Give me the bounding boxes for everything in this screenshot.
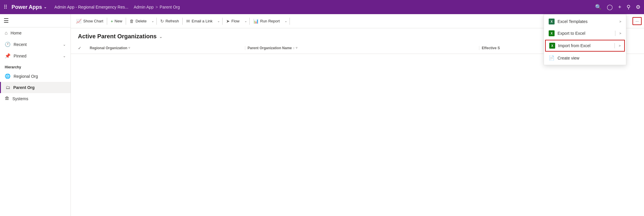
sidebar-item-regional-org[interactable]: 🌐 Regional Org — [0, 70, 71, 82]
sidebar-systems-label: Systems — [12, 96, 66, 101]
sidebar-item-recent[interactable]: 🕐 Recent ⌄ — [0, 39, 71, 50]
breadcrumb-separator: > — [156, 5, 158, 9]
report-icon: 📊 — [253, 19, 259, 24]
dropdown-excel-templates[interactable]: X Excel Templates > — [544, 16, 626, 27]
sidebar-top: ☰ — [0, 14, 71, 27]
col-regional-org-label: Regional Organization — [90, 46, 127, 50]
flow-icon: ➤ — [226, 19, 230, 24]
sidebar-regional-org-label: Regional Org — [14, 74, 66, 79]
delete-button[interactable]: 🗑 Delete — [127, 17, 150, 25]
app-title: Admin App - Regional Emergency Res... — [54, 5, 128, 9]
sidebar-home-label: Home — [11, 31, 66, 35]
new-plus-icon: + — [111, 19, 113, 24]
separator-5 — [222, 18, 223, 25]
email-chevron-button[interactable]: ⌄ — [215, 17, 222, 25]
recent-chevron: ⌄ — [63, 42, 66, 47]
sidebar-item-pinned[interactable]: 📌 Pinned ⌄ — [0, 50, 71, 62]
import-excel-label: Import from Excel — [558, 43, 610, 48]
export-separator — [615, 31, 615, 36]
run-report-button[interactable]: 📊 Run Report — [250, 17, 283, 26]
chart-icon: 📈 — [76, 19, 82, 24]
email-link-label: Email a Link — [192, 19, 213, 23]
sidebar-item-systems[interactable]: 🏚 Systems — [0, 93, 71, 104]
sort-asc-icon[interactable]: ↑ — [293, 46, 295, 50]
recent-icon: 🕐 — [5, 42, 11, 47]
filter-col-icon[interactable]: ▿ — [128, 46, 130, 50]
table-check-column: ✓ — [78, 46, 87, 50]
run-report-label: Run Report — [260, 19, 280, 23]
pin-icon: 📌 — [5, 53, 11, 59]
delete-chevron-button[interactable]: ⌄ — [150, 17, 156, 25]
breadcrumb-app[interactable]: Admin App — [134, 5, 154, 9]
top-navigation: ⠿ Power Apps ⌄ Admin App - Regional Emer… — [0, 0, 644, 14]
export-excel-label: Export to Excel — [558, 31, 611, 36]
col-effective-s-label: Effective S — [482, 46, 500, 50]
import-excel-icon: X — [549, 43, 555, 49]
col-parent-org-label: Parent Organization Name — [248, 46, 292, 50]
delete-icon: 🗑 — [130, 19, 134, 24]
apps-icon[interactable]: ⠿ — [4, 4, 7, 10]
email-link-button[interactable]: ✉ Email a Link — [183, 17, 215, 26]
import-separator — [614, 43, 615, 48]
more-label: ··· — [635, 19, 639, 23]
show-chart-label: Show Chart — [83, 19, 103, 23]
brand-logo[interactable]: Power Apps ⌄ — [12, 4, 47, 10]
building-icon: 🏚 — [5, 96, 9, 101]
hamburger-menu[interactable]: ☰ — [4, 17, 9, 24]
brand-name: Power Apps — [12, 4, 42, 10]
import-chevron: > — [619, 44, 621, 47]
separator-2 — [126, 18, 126, 25]
sidebar-recent-label: Recent — [14, 42, 60, 47]
refresh-icon: ↻ — [160, 19, 164, 24]
top-nav-actions: 🔍 ◯ + ⚲ ⚙ — [595, 4, 640, 10]
sidebar-item-parent-org[interactable]: 🗂 Parent Org — [0, 82, 71, 93]
flow-label: Flow — [231, 19, 239, 23]
filter-icon[interactable]: ⚲ — [627, 4, 630, 10]
feedback-icon[interactable]: ◯ — [607, 4, 613, 10]
brand-chevron[interactable]: ⌄ — [44, 5, 47, 9]
sidebar-item-home[interactable]: ⌂ Home — [0, 27, 71, 39]
settings-icon[interactable]: ⚙ — [636, 4, 640, 10]
separator-6 — [249, 18, 250, 25]
dropdown-import-from-excel[interactable]: X Import from Excel > — [545, 40, 625, 52]
table-col-parent-org-name: Parent Organization Name ↑ ▿ — [245, 46, 480, 50]
more-button[interactable]: ··· — [632, 17, 642, 25]
excel-templates-label: Excel Templates — [558, 19, 617, 24]
excel-templates-chevron: > — [620, 20, 621, 23]
add-icon[interactable]: + — [618, 4, 621, 10]
create-view-icon: 📄 — [549, 55, 555, 61]
show-chart-button[interactable]: 📈 Show Chart — [73, 17, 106, 26]
pinned-chevron: ⌄ — [63, 54, 66, 58]
email-icon: ✉ — [186, 19, 190, 24]
sidebar-parent-org-label: Parent Org — [13, 85, 66, 90]
separator-7 — [290, 18, 290, 25]
flow-button[interactable]: ➤ Flow — [223, 17, 242, 26]
separator-3 — [156, 18, 157, 25]
hierarchy-section-title: Hierarchy — [0, 62, 71, 70]
view-title-chevron[interactable]: ⌄ — [159, 34, 163, 39]
filter-col2-icon[interactable]: ▿ — [296, 46, 298, 50]
sidebar-pinned-label: Pinned — [14, 54, 60, 58]
breadcrumb: Admin App > Parent Org — [134, 5, 180, 9]
excel-templates-icon: X — [549, 19, 555, 24]
table-col-regional-org: Regional Organization ▿ — [87, 46, 245, 50]
folder-icon: 🗂 — [6, 85, 10, 90]
separator-4 — [182, 18, 183, 25]
separator-1 — [107, 18, 107, 25]
new-label: New — [115, 19, 122, 23]
export-excel-icon: X — [549, 30, 555, 36]
sidebar: ☰ ⌂ Home 🕐 Recent ⌄ 📌 Pinned ⌄ Hierarchy… — [0, 14, 71, 216]
flow-chevron-button[interactable]: ⌄ — [243, 17, 249, 25]
export-chevron: > — [620, 32, 621, 35]
more-dropdown-menu: X Excel Templates > X Export to Excel > … — [544, 14, 626, 65]
search-icon[interactable]: 🔍 — [595, 4, 601, 10]
create-view-label: Create view — [558, 56, 621, 60]
breadcrumb-page[interactable]: Parent Org — [160, 5, 180, 9]
globe-icon: 🌐 — [5, 73, 11, 79]
dropdown-create-view[interactable]: 📄 Create view — [544, 52, 626, 64]
run-report-chevron-button[interactable]: ⌄ — [283, 17, 289, 25]
refresh-button[interactable]: ↻ Refresh — [157, 17, 182, 26]
delete-label: Delete — [135, 19, 147, 23]
dropdown-export-to-excel[interactable]: X Export to Excel > — [544, 27, 626, 39]
new-button[interactable]: + New — [108, 17, 125, 25]
